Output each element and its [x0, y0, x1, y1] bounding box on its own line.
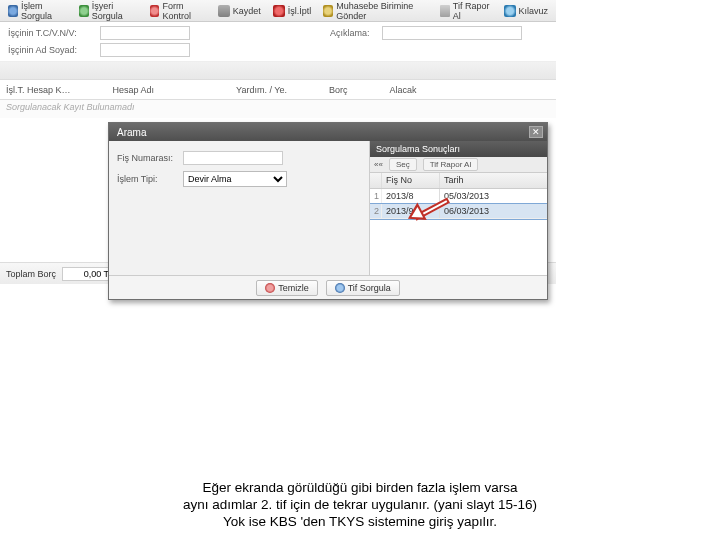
- toolbar-label: Tif Rapor Al: [453, 1, 492, 21]
- dialog-close-button[interactable]: ✕: [529, 126, 543, 138]
- search-icon: [8, 5, 18, 17]
- results-row[interactable]: 2 2013/9 06/03/2013: [370, 204, 547, 219]
- search-dialog: Arama ✕ Fiş Numarası: İşlem Tipi: Devir …: [108, 122, 548, 300]
- dialog-form: Fiş Numarası: İşlem Tipi: Devir Alma: [109, 141, 369, 275]
- toolbar-label: İşlem Sorgula: [21, 1, 67, 21]
- toolbar-label: Muhasebe Birimine Gönder: [336, 1, 427, 21]
- results-col-tarih: Tarih: [440, 173, 547, 188]
- slide-caption: Eğer ekranda görüldüğü gibi birden fazla…: [0, 480, 720, 531]
- toolbar-label: İşl.İptl: [288, 6, 312, 16]
- caption-line: Yok ise KBS 'den TKYS sistemine giriş ya…: [0, 514, 720, 531]
- close-icon: ✕: [532, 127, 540, 137]
- save-icon: [218, 5, 230, 17]
- totals-label: Toplam Borç: [6, 269, 56, 279]
- caption-line: Eğer ekranda görüldüğü gibi birden fazla…: [0, 480, 720, 497]
- results-grid-header: Fiş No Tarih: [370, 173, 547, 189]
- query-button[interactable]: Tif Sorgula: [326, 280, 400, 296]
- toolbar-help[interactable]: Kılavuz: [498, 3, 555, 19]
- grid-header: İşl.T. Hesap K… Hesap Adı Yardım. / Ye. …: [0, 80, 556, 100]
- cell-tarih: 06/03/2013: [440, 204, 547, 218]
- toolbar-islem-sorgula[interactable]: İşlem Sorgula: [2, 0, 73, 23]
- results-col-fisno: Fiş No: [382, 173, 440, 188]
- dialog-footer: Temizle Tif Sorgula: [109, 275, 547, 299]
- results-panel: Sorgulama Sonuçları «« Seç Tif Rapor Al …: [369, 141, 547, 275]
- toolbar-label: İşyeri Sorgula: [92, 1, 138, 21]
- dialog-title-text: Arama: [117, 127, 146, 138]
- results-title: Sorgulama Sonuçları: [370, 141, 547, 157]
- toolbar-label: Kaydet: [233, 6, 261, 16]
- cell-fis: 2013/9: [382, 204, 440, 218]
- send-icon: [323, 5, 333, 17]
- results-rows: 1 2013/8 05/03/2013 2 2013/9 06/03/2013: [370, 189, 547, 275]
- results-report-button[interactable]: Tif Rapor Al: [423, 158, 479, 171]
- report-icon: [440, 5, 450, 17]
- toolbar-form-kontrol[interactable]: Form Kontrol: [144, 0, 212, 23]
- tckn-input[interactable]: [100, 26, 190, 40]
- toolbar: İşlem Sorgula İşyeri Sorgula Form Kontro…: [0, 0, 556, 22]
- cell-fis: 2013/8: [382, 189, 440, 203]
- cell-tarih: 05/03/2013: [440, 189, 547, 203]
- grid-col: Yardım. / Ye.: [236, 85, 287, 95]
- clear-icon: [265, 283, 275, 293]
- clear-button[interactable]: Temizle: [256, 280, 318, 296]
- toolbar-kaydet[interactable]: Kaydet: [212, 3, 267, 19]
- totals-value: [62, 267, 112, 281]
- form-strip: İşçinin T.C/V.N/V: İşçinin Ad Soyad: Açı…: [0, 22, 556, 62]
- building-icon: [79, 5, 89, 17]
- fis-label: Fiş Numarası:: [117, 153, 179, 163]
- help-icon: [504, 5, 516, 17]
- islem-label: İşlem Tipi:: [117, 174, 179, 184]
- fis-input[interactable]: [183, 151, 283, 165]
- results-row[interactable]: 1 2013/8 05/03/2013: [370, 189, 547, 204]
- adsoyad-label: İşçinin Ad Soyad:: [8, 45, 96, 55]
- grid-col: Alacak: [389, 85, 416, 95]
- search-icon: [335, 283, 345, 293]
- grid-col: Borç: [329, 85, 348, 95]
- toolbar-isyeri-sorgula[interactable]: İşyeri Sorgula: [73, 0, 144, 23]
- toolbar-label: Kılavuz: [519, 6, 549, 16]
- caption-line: aynı adımlar 2. tif için de tekrar uygul…: [0, 497, 720, 514]
- grid-col: Hesap Adı: [113, 85, 155, 95]
- toolbar-label: Form Kontrol: [162, 1, 205, 21]
- toolbar-iptal[interactable]: İşl.İptl: [267, 3, 318, 19]
- aciklama-label: Açıklama:: [330, 28, 378, 38]
- cancel-icon: [273, 5, 285, 17]
- tckn-label: İşçinin T.C/V.N/V:: [8, 28, 96, 38]
- dialog-titlebar: Arama ✕: [109, 123, 547, 141]
- adsoyad-input[interactable]: [100, 43, 190, 57]
- islem-select[interactable]: Devir Alma: [183, 171, 287, 187]
- grid-empty-hint: Sorgulanacak Kayıt Bulunamadı: [0, 100, 556, 118]
- toolbar-kbs[interactable]: Muhasebe Birimine Gönder: [317, 0, 433, 23]
- toolbar-rapor[interactable]: Tif Rapor Al: [434, 0, 498, 23]
- results-select-button[interactable]: Seç: [389, 158, 417, 171]
- app-window: İşlem Sorgula İşyeri Sorgula Form Kontro…: [0, 0, 556, 330]
- form-icon: [150, 5, 160, 17]
- grid-col: İşl.T. Hesap K…: [6, 85, 71, 95]
- aciklama-input[interactable]: [382, 26, 522, 40]
